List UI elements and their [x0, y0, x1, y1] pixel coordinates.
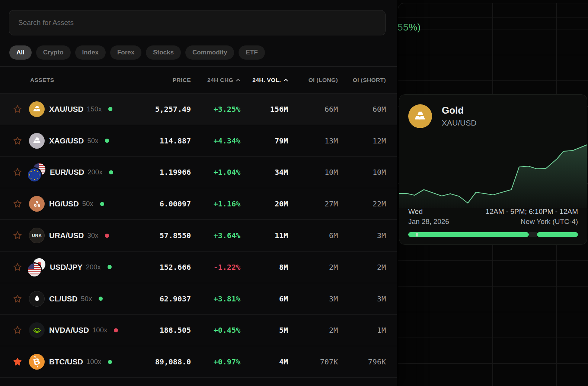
favorite-star-icon[interactable]: [13, 325, 22, 335]
price-cell: 1.19966: [135, 168, 191, 177]
table-row[interactable]: EUR/USD 200x 1.19966 +1.04% 34M 10M 10M: [0, 157, 397, 189]
preview-card-titles: Gold XAU/USD: [442, 105, 476, 127]
table-row[interactable]: CL/USD 50x 62.9037 +3.81% 6M 3M 3M: [0, 283, 397, 315]
copper-blocks-icon: [29, 196, 45, 212]
gold-bars-icon: [408, 104, 432, 128]
asset-leverage: 30x: [87, 231, 98, 240]
price-cell: 6.00097: [135, 199, 191, 208]
oi-short-cell: 10M: [338, 168, 386, 177]
asset-cell: URA URA/USD 30x: [13, 228, 135, 243]
change-24h-cell: +3.25%: [191, 105, 240, 114]
volume-24h-cell: 11M: [240, 231, 288, 240]
column-header[interactable]: PRICE: [135, 77, 191, 83]
asset-leverage: 50x: [82, 200, 93, 208]
preview-asset-symbol: XAU/USD: [442, 118, 476, 127]
change-24h-cell: +3.81%: [191, 294, 240, 303]
eu-flag-icon: [28, 168, 41, 181]
filter-pill-label: Crypto: [43, 49, 64, 56]
market-closed-gap: [529, 232, 537, 237]
change-24h-cell: +3.64%: [191, 231, 240, 240]
asset-leverage: 100x: [86, 358, 101, 366]
preview-card-header: Gold XAU/USD: [399, 95, 587, 128]
oi-short-cell: 12M: [338, 136, 386, 145]
favorite-star-icon[interactable]: [13, 231, 22, 240]
market-open-segment-2: [537, 232, 578, 237]
asset-symbol: EUR/USD: [50, 168, 84, 177]
sparkline-area: [399, 145, 587, 208]
change-24h-cell: +1.16%: [191, 199, 240, 208]
asset-cell: NVDA/USD 100x: [13, 322, 135, 338]
table-row[interactable]: XAU/USD 150x 5,257.49 +3.25% 156M 66M 60…: [0, 94, 397, 125]
asset-cell: XAG/USD 50x: [13, 133, 135, 149]
oil-drop-icon: [29, 291, 45, 307]
oi-short-cell: 2M: [338, 263, 386, 272]
search-input[interactable]: [9, 19, 385, 27]
oi-long-cell: 2M: [288, 326, 338, 335]
oi-short-cell: 3M: [338, 231, 386, 240]
table-row[interactable]: USD/JPY 200x 152.666 -1.22% 8M 2M 2M: [0, 251, 397, 283]
us-flag-icon: [28, 263, 41, 276]
volume-24h-cell: 5M: [240, 326, 288, 335]
filter-pill-label: All: [16, 49, 25, 56]
column-header[interactable]: OI (SHORT): [338, 77, 386, 83]
asset-symbol: XAG/USD: [49, 136, 84, 145]
column-header-label: OI (LONG): [309, 77, 338, 83]
change-24h-cell: +1.04%: [191, 168, 240, 177]
asset-filter-tabs: All Crypto Index Forex Stocks Commodity …: [9, 45, 397, 60]
table-row[interactable]: URA URA/USD 30x 57.8550 +3.64% 11M 6M 3M: [0, 220, 397, 251]
filter-pill[interactable]: ETF: [239, 45, 265, 60]
preview-card-footer: Wed 12AM - 5PM; 6:10PM - 12AM Jan 28, 20…: [408, 206, 578, 237]
asset-cell: XAU/USD 150x: [13, 101, 135, 117]
favorite-star-icon[interactable]: [13, 294, 22, 304]
silver-bars-icon: [29, 133, 45, 149]
favorite-star-icon[interactable]: [13, 262, 22, 272]
filter-pill-label: Commodity: [192, 49, 227, 56]
filter-pill[interactable]: Crypto: [36, 45, 71, 60]
oi-long-cell: 13M: [288, 136, 338, 145]
change-24h-cell: -1.22%: [191, 263, 240, 272]
panel-top-section: All Crypto Index Forex Stocks Commodity …: [0, 10, 397, 67]
oi-short-cell: 3M: [338, 294, 386, 303]
asset-symbol: HG/USD: [49, 199, 79, 208]
market-status-dot: [108, 265, 112, 269]
column-header[interactable]: 24H. VOL.: [240, 77, 288, 83]
filter-pill[interactable]: Index: [75, 45, 106, 60]
weekday-label: Wed: [408, 206, 423, 216]
favorite-star-icon[interactable]: [13, 104, 22, 114]
oi-long-cell: 66M: [288, 105, 338, 114]
filter-pill-label: ETF: [246, 49, 258, 56]
favorite-star-icon[interactable]: [13, 167, 22, 177]
table-row[interactable]: XAG/USD 50x 114.887 +4.34% 79M 13M 12M: [0, 125, 397, 157]
favorite-star-icon[interactable]: [13, 136, 22, 146]
table-row[interactable]: HG/USD 50x 6.00097 +1.16% 20M 27M 22M: [0, 188, 397, 220]
table-row[interactable]: NVDA/USD 100x 188.505 +0.45% 5M 2M 1M: [0, 315, 397, 347]
asset-symbol: XAU/USD: [49, 105, 83, 114]
ura-label-icon: URA: [29, 228, 45, 243]
asset-cell: EUR/USD 200x: [13, 164, 135, 181]
asset-symbol: BTC/USD: [49, 357, 83, 366]
column-header[interactable]: OI (LONG): [288, 77, 338, 83]
filter-pill[interactable]: Forex: [110, 45, 141, 60]
filter-pill-label: Index: [82, 49, 99, 56]
column-header[interactable]: 24H CHG: [191, 77, 240, 83]
filter-pill[interactable]: Stocks: [146, 45, 181, 60]
filter-pill[interactable]: Commodity: [185, 45, 234, 60]
table-row[interactable]: B BTC/USD 100x 89,088.0 +0.97% 4M 707K 7…: [0, 346, 397, 378]
volume-24h-cell: 8M: [240, 263, 288, 272]
market-hours-line-2: Jan 28, 2026 New York (UTC-4): [408, 216, 578, 227]
filter-pill[interactable]: All: [9, 45, 32, 60]
change-24h-cell: +0.45%: [191, 326, 240, 335]
price-cell: 89,088.0: [135, 357, 191, 366]
volume-24h-cell: 6M: [240, 294, 288, 303]
nvidia-eye-icon: [29, 322, 45, 338]
market-status-dot: [105, 139, 109, 143]
favorite-star-icon[interactable]: [13, 199, 22, 209]
favorite-star-icon[interactable]: [13, 357, 22, 367]
price-cell: 152.666: [135, 263, 191, 272]
oi-short-cell: 1M: [338, 326, 386, 335]
price-cell: 114.887: [135, 136, 191, 145]
asset-symbol: URA/USD: [49, 231, 84, 240]
oi-short-cell: 22M: [338, 199, 386, 208]
search-box: [9, 10, 386, 35]
bitcoin-logo-icon: B: [33, 357, 41, 367]
